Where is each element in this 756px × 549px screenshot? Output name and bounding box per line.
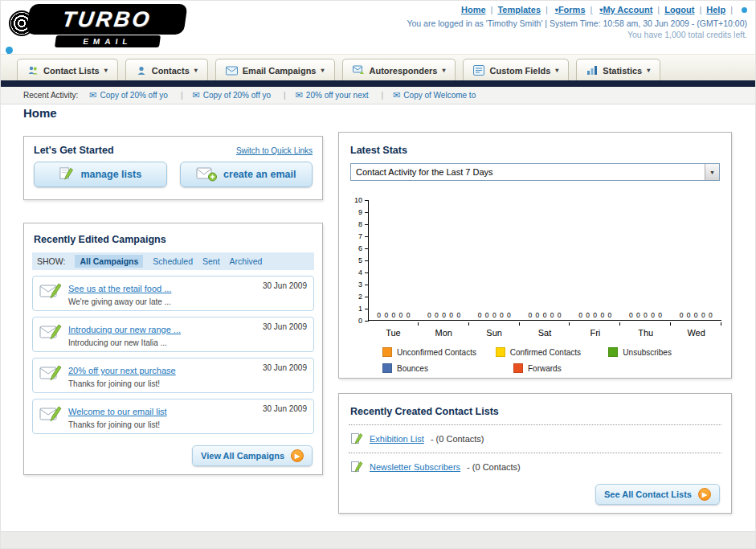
contact-list-link[interactable]: Exhibition List: [370, 434, 424, 444]
envelope-plus-icon: [196, 166, 217, 184]
y-axis-tick-label: 5: [358, 256, 362, 264]
turbo-email-logo: TURBO EMAIL: [9, 4, 210, 51]
x-axis-tick-label: Sun: [469, 326, 520, 338]
contact-lists-title: Recently Created Contact Lists: [350, 406, 499, 417]
nav-my-account-link[interactable]: My Account: [603, 5, 664, 14]
custom-fields-icon: [473, 65, 484, 76]
campaign-title-link[interactable]: Welcome to our email list: [68, 407, 167, 416]
tab-label: Autoresponders: [370, 66, 438, 76]
manage-lists-label: manage lists: [80, 169, 141, 180]
envelope-pencil-icon: [39, 363, 62, 388]
recent-activity-item[interactable]: ✉ Copy of 20% off yo: [89, 90, 192, 100]
recent-activity-text: Copy of Welcome to: [403, 91, 476, 100]
stats-period-value: Contact Activity for the Last 7 Days: [356, 167, 493, 177]
page: TURBO EMAIL Home Templates Forms My Acco…: [0, 0, 756, 549]
legend-swatch: [382, 347, 392, 357]
statistics-icon: [586, 65, 598, 76]
campaign-subtitle: Thanks for joining our list!: [68, 379, 176, 388]
tab-contacts[interactable]: Contacts ▾: [125, 59, 208, 81]
chart-value-group: 0 0 0 0 0: [671, 311, 721, 319]
campaign-date: 30 Jun 2009: [263, 322, 307, 331]
contact-list-item[interactable]: Exhibition List - (0 Contacts): [339, 425, 731, 453]
x-axis-tick-label: Fri: [570, 326, 620, 338]
legend-label: Bounces: [397, 364, 428, 373]
campaign-item[interactable]: Welcome to our email list Thanks for joi…: [32, 399, 314, 434]
logo-wordmark: TURBO: [26, 4, 187, 35]
recent-activity-item[interactable]: ✉ 20% off your next: [296, 90, 393, 100]
filter-scheduled[interactable]: Scheduled: [153, 256, 193, 266]
campaign-title-link[interactable]: Introducing our new range ...: [68, 325, 181, 334]
recent-activity-text: Copy of 20% off yo: [203, 91, 271, 100]
campaign-item[interactable]: See us at the retail food ... We're givi…: [32, 276, 314, 311]
create-email-button[interactable]: create an email: [180, 162, 313, 187]
filter-all-campaigns[interactable]: All Campaigns: [75, 255, 143, 268]
envelope-icon: ✉: [393, 90, 400, 100]
contact-list-item[interactable]: Newsletter Subscribers - (0 Contacts): [339, 453, 731, 481]
legend-label: Confirmed Contacts: [510, 348, 581, 357]
nav-forms-link[interactable]: Forms: [558, 5, 603, 14]
show-label: SHOW:: [37, 256, 65, 266]
legend-swatch: [382, 363, 392, 373]
nav-templates-link[interactable]: Templates: [497, 5, 558, 14]
recent-contact-lists-panel: Recently Created Contact Lists Exhibitio…: [338, 393, 732, 514]
nav-help-link[interactable]: Help: [706, 5, 738, 14]
tab-email-campaigns[interactable]: Email Campaigns ▾: [215, 59, 335, 81]
campaign-item[interactable]: 20% off your next purchase Thanks for jo…: [32, 358, 314, 393]
contact-list-link[interactable]: Newsletter Subscribers: [370, 462, 460, 472]
view-all-campaigns-button[interactable]: View All Campaigns ▶: [192, 445, 313, 466]
tab-contact-lists[interactable]: Contact Lists ▾: [17, 59, 118, 81]
tab-statistics[interactable]: Statistics ▾: [576, 59, 660, 81]
tab-autoresponders[interactable]: Autoresponders ▾: [342, 59, 456, 81]
campaign-item[interactable]: Introducing our new range ... Introducin…: [32, 317, 314, 352]
get-started-title: Let's Get Started: [34, 145, 114, 156]
filter-archived[interactable]: Archived: [230, 256, 263, 266]
legend-row-2: BouncesForwards: [382, 363, 721, 373]
nav-logout-link[interactable]: Logout: [664, 5, 706, 14]
y-axis-tick-label: 9: [358, 208, 362, 216]
switch-quick-links-link[interactable]: Switch to Quick Links: [236, 146, 313, 155]
envelope-icon: ✉: [296, 90, 303, 100]
latest-stats-panel: Latest Stats Contact Activity for the La…: [338, 132, 732, 379]
tab-custom-fields[interactable]: Custom Fields ▾: [463, 59, 569, 81]
legend-label: Unconfirmed Contacts: [397, 348, 476, 357]
y-axis-tick-label: 7: [358, 232, 362, 240]
create-email-label: create an email: [223, 169, 296, 180]
chart-x-labels: TueMonSunSatFriThuWed: [368, 326, 721, 338]
contact-activity-chart: 012345678910 0 0 0 0 00 0 0 0 00 0 0 0 0…: [347, 194, 721, 373]
manage-lists-button[interactable]: manage lists: [34, 162, 167, 187]
recent-activity-item[interactable]: ✉ Copy of Welcome to: [393, 90, 476, 100]
see-all-contact-lists-button[interactable]: See All Contact Lists ▶: [595, 484, 720, 505]
recent-campaigns-panel: Recently Edited Campaigns SHOW: All Camp…: [23, 223, 323, 475]
tab-label: Contact Lists: [43, 66, 100, 76]
stats-period-select[interactable]: Contact Activity for the Last 7 Days ▼: [350, 163, 720, 181]
x-axis-tick-label: Sat: [520, 326, 570, 338]
campaign-filter-bar: SHOW: All Campaigns Scheduled Sent Archi…: [32, 252, 314, 270]
y-axis-tick-label: 6: [358, 244, 362, 252]
contact-list-count: - (0 Contacts): [431, 434, 484, 444]
campaign-title-link[interactable]: See us at the retail food ...: [68, 284, 171, 293]
get-started-panel: Let's Get Started Switch to Quick Links …: [23, 136, 323, 200]
legend-label: Unsubscribes: [623, 348, 672, 357]
tab-label: Statistics: [603, 66, 642, 76]
legend-item: Bounces: [382, 363, 513, 373]
chart-value-group: 0 0 0 0 0: [469, 311, 520, 319]
select-dropdown-arrow-icon: ▼: [705, 164, 719, 180]
recent-activity-bar: Recent Activity: ✉ Copy of 20% off yo ✉ …: [1, 87, 756, 104]
legend-item: Confirmed Contacts: [496, 347, 609, 357]
nav-home-link[interactable]: Home: [461, 5, 497, 14]
legend-label: Forwards: [528, 364, 562, 373]
campaign-title-link[interactable]: 20% off your next purchase: [68, 366, 176, 375]
legend-swatch: [513, 363, 523, 373]
x-axis-tick-label: Mon: [419, 326, 469, 338]
filter-sent[interactable]: Sent: [202, 256, 220, 266]
y-axis-tick-label: 0: [358, 317, 362, 325]
recent-activity-item[interactable]: ✉ Copy of 20% off yo: [193, 90, 296, 100]
contact-list-count: - (0 Contacts): [467, 462, 521, 472]
pencil-icon: [350, 432, 363, 446]
legend-item: Unsubscribes: [608, 347, 721, 357]
x-axis-tick-label: Wed: [671, 326, 721, 338]
see-all-contact-lists-label: See All Contact Lists: [604, 490, 692, 499]
chevron-down-icon: ▾: [555, 67, 558, 74]
autoresponders-icon: [353, 65, 365, 76]
logo-primary-text: TURBO: [60, 7, 153, 32]
